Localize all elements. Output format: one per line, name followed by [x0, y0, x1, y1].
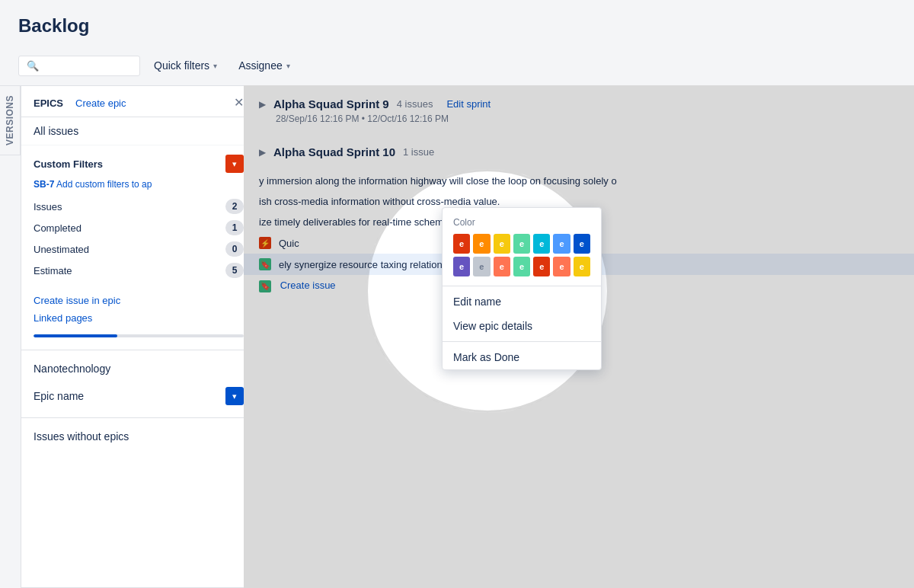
custom-filters-header: Custom Filters ▾ — [34, 155, 244, 173]
custom-filters-dropdown-button[interactable]: ▾ — [225, 155, 244, 173]
sidebar-header: EPICS Create epic ✕ — [21, 86, 256, 117]
edit-name-menu-item[interactable]: Edit name — [443, 289, 601, 314]
color-swatch[interactable]: e — [574, 257, 590, 276]
app-container: Backlog 🔍 Quick filters ▾ Assignee ▾ VER… — [0, 0, 914, 588]
color-swatch[interactable]: e — [453, 234, 470, 254]
create-epic-link[interactable]: Create epic — [75, 97, 126, 109]
epic-name-label: Epic name — [34, 390, 84, 402]
search-box[interactable]: 🔍 — [18, 56, 140, 76]
color-swatch[interactable]: e — [473, 257, 490, 276]
quick-issue-icon: ⚡ — [259, 237, 271, 249]
filter-stat-issues: Issues 2 — [34, 196, 244, 217]
issues-badge: 2 — [225, 199, 244, 214]
page-header: Backlog — [0, 0, 914, 55]
color-swatch[interactable]: e — [533, 234, 550, 254]
color-swatch[interactable]: e — [494, 234, 510, 254]
all-issues-link[interactable]: All issues — [21, 117, 256, 145]
assignee-label: Assignee — [238, 59, 283, 72]
filter-stat-completed: Completed 1 — [34, 217, 244, 238]
search-icon: 🔍 — [27, 60, 39, 72]
custom-filter-link[interactable]: SB-7 Add custom filters to ap — [34, 179, 244, 190]
completed-label: Completed — [34, 222, 81, 234]
nanotechnology-section: Nanotechnology — [21, 356, 256, 381]
quick-filters-button[interactable]: Quick filters ▾ — [146, 55, 225, 76]
sprint-10-count: 1 issue — [403, 146, 434, 158]
context-menu: Color e e e e e e e — [442, 207, 602, 370]
sprint-9-chevron-icon[interactable]: ▶ — [259, 99, 266, 110]
sidebar-wrapper: VERSIONS EPICS Create epic ✕ All issues … — [0, 85, 244, 588]
toolbar: 🔍 Quick filters ▾ Assignee ▾ — [0, 55, 914, 85]
create-issue-in-epic-link[interactable]: Create issue in epic — [34, 293, 244, 308]
sprint-10-name: Alpha Squad Sprint 10 — [273, 145, 395, 158]
color-swatch[interactable]: e — [533, 257, 550, 276]
menu-divider-1 — [443, 286, 601, 286]
sidebar-divider — [21, 350, 256, 350]
sprint-9-count: 4 issues — [397, 98, 433, 110]
custom-filter-id: SB-7 — [34, 179, 54, 190]
view-epic-details-menu-item[interactable]: View epic details — [443, 314, 601, 338]
sprint-10-chevron-icon[interactable]: ▶ — [259, 147, 266, 158]
linked-pages-link[interactable]: Linked pages — [34, 311, 244, 325]
color-grid: e e e e e e e e e e — [453, 234, 590, 276]
sprint-9-dates: 28/Sep/16 12:16 PM • 12/Oct/16 12:16 PM — [259, 113, 899, 124]
color-swatch[interactable]: e — [553, 257, 570, 276]
epic-name-dropdown-button[interactable]: ▾ — [225, 387, 244, 405]
filter-stat-unestimated: Unestimated 0 — [34, 238, 244, 260]
page-title: Backlog — [18, 15, 896, 37]
sidebar-progress — [21, 331, 256, 344]
issues-label: Issues — [34, 201, 62, 213]
custom-filters-title: Custom Filters — [34, 158, 103, 170]
estimate-badge: 5 — [225, 263, 244, 278]
completed-badge: 1 — [225, 220, 244, 235]
progress-bar-fill — [34, 334, 117, 337]
assignee-chevron-icon: ▾ — [286, 62, 290, 70]
quick-filters-chevron-icon: ▾ — [213, 62, 217, 70]
color-swatch[interactable]: e — [513, 257, 530, 276]
issue-row: y immersion along the information highwa… — [244, 171, 914, 191]
filter-stat-estimate: Estimate 5 — [34, 260, 244, 281]
color-section-label: Color — [453, 217, 590, 228]
sprint-10-header: ▶ Alpha Squad Sprint 10 1 issue — [259, 145, 899, 158]
color-swatch[interactable]: e — [513, 234, 530, 254]
assignee-button[interactable]: Assignee ▾ — [231, 55, 298, 76]
progress-bar-background — [34, 334, 244, 337]
left-sidebar: EPICS Create epic ✕ All issues Custom Fi… — [21, 85, 257, 588]
sidebar-divider-2 — [21, 417, 256, 418]
sprint-9-header: ▶ Alpha Squad Sprint 9 4 issues Edit spr… — [259, 97, 899, 110]
quick-filters-label: Quick filters — [154, 59, 209, 72]
color-row-2: e e e e e e e — [453, 257, 590, 276]
right-panel: ▶ Alpha Squad Sprint 9 4 issues Edit spr… — [244, 85, 914, 588]
color-swatch[interactable]: e — [494, 257, 510, 276]
epic-name-section: Epic name ▾ — [21, 381, 256, 411]
create-issue-text: Create issue — [280, 280, 336, 291]
issues-without-epics: Issues without epics — [21, 424, 256, 449]
sidebar-header-left: EPICS Create epic — [34, 97, 126, 109]
mark-as-done-menu-item[interactable]: Mark as Done — [443, 345, 601, 369]
close-button[interactable]: ✕ — [234, 97, 244, 109]
color-swatch[interactable]: e — [473, 234, 490, 254]
custom-filter-text: Add custom filters to ap — [56, 179, 152, 190]
unestimated-badge: 0 — [225, 241, 244, 257]
sprint-9-edit-link[interactable]: Edit sprint — [446, 98, 491, 110]
nanotechnology-label: Nanotechnology — [34, 363, 110, 375]
color-section: Color e e e e e e e — [443, 208, 601, 283]
custom-filters-section: Custom Filters ▾ SB-7 Add custom filters… — [21, 145, 256, 287]
versions-tab[interactable]: VERSIONS — [0, 85, 21, 155]
color-swatch[interactable]: e — [574, 234, 590, 254]
color-swatch[interactable]: e — [553, 234, 570, 254]
main-content: VERSIONS EPICS Create epic ✕ All issues … — [0, 85, 914, 588]
sidebar-links: Create issue in epic Linked pages — [21, 287, 256, 331]
unestimated-label: Unestimated — [34, 244, 89, 255]
menu-divider-2 — [443, 341, 601, 342]
color-swatch[interactable]: e — [453, 257, 470, 276]
issue-text-1: y immersion along the information highwa… — [259, 175, 899, 187]
sprint-9-name: Alpha Squad Sprint 9 — [273, 97, 389, 110]
epics-label: EPICS — [34, 97, 63, 109]
create-issue-icon: 🔖 — [259, 258, 271, 270]
create-issue-plus-icon: 🔖 — [259, 280, 271, 292]
color-row-1: e e e e e e e — [453, 234, 590, 254]
estimate-label: Estimate — [34, 265, 72, 276]
sprint-10-section: ▶ Alpha Squad Sprint 10 1 issue — [244, 139, 914, 168]
sprint-9-section: ▶ Alpha Squad Sprint 9 4 issues Edit spr… — [244, 85, 914, 139]
search-input[interactable] — [43, 60, 135, 72]
